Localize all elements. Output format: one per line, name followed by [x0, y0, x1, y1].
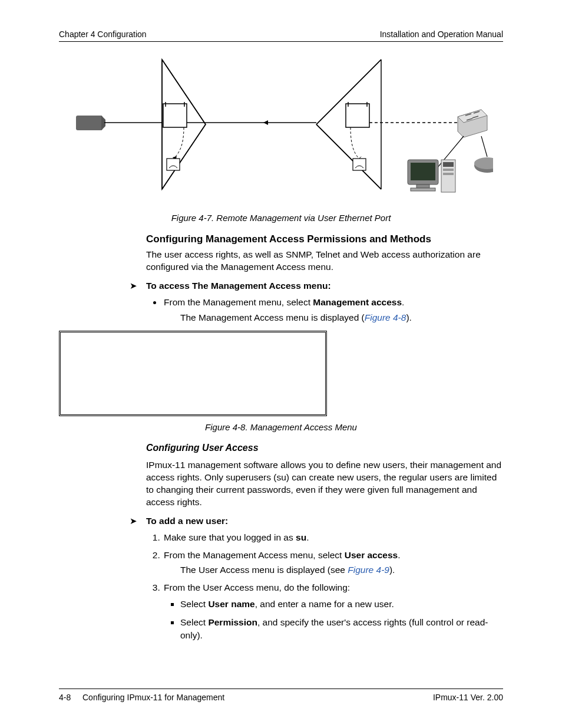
figure-4-8-box	[59, 331, 327, 416]
arrow-icon: ➤	[130, 281, 146, 291]
network-diagram-svg	[69, 54, 493, 207]
svg-marker-15	[263, 120, 268, 125]
procedure-2-step-3-sub-1: Select User name, and enter a name for a…	[180, 598, 503, 611]
svg-rect-35	[411, 188, 435, 191]
page-footer: 4-8 Configuring IPmux-11 for Management …	[59, 689, 503, 702]
page-header: Chapter 4 Configuration Installation and…	[59, 29, 503, 42]
para-user-access-intro: IPmux-11 management software allows you …	[146, 459, 503, 509]
procedure-2-heading: To add a new user:	[146, 516, 228, 526]
procedure-2-step-1: Make sure that you logged in as su.	[163, 531, 503, 544]
procedure-2-step-2: From the Management Access menu, select …	[163, 549, 503, 577]
page: Chapter 4 Configuration Installation and…	[0, 0, 562, 728]
svg-rect-9	[163, 104, 187, 127]
procedure-2-steps: Make sure that you logged in as su. From…	[146, 531, 503, 642]
svg-rect-39	[443, 173, 454, 175]
procedure-2-step-3: From the User Access menu, do the follow…	[163, 581, 503, 642]
content-block-1: Configuring Management Access Permission…	[146, 233, 503, 324]
svg-line-31	[481, 136, 487, 157]
procedure-2-step-3-sub-2: Select Permission, and specify the user'…	[180, 616, 503, 641]
figure-4-8-caption: Figure 4-8. Management Access Menu	[59, 422, 503, 432]
xref-figure-4-8[interactable]: Figure 4-8	[365, 312, 406, 322]
svg-rect-38	[443, 169, 454, 171]
svg-rect-33	[411, 163, 435, 180]
figure-4-7-caption: Figure 4-7. Remote Management via User E…	[59, 213, 503, 223]
header-left: Chapter 4 Configuration	[59, 29, 147, 39]
footer-page-number: 4-8	[59, 693, 82, 702]
procedure-1-heading: To access The Management Access menu:	[146, 281, 331, 291]
svg-rect-37	[443, 162, 454, 167]
procedure-2-heading-row: ➤ To add a new user:	[130, 516, 503, 526]
svg-rect-34	[416, 185, 429, 188]
figure-4-7-diagram	[59, 54, 503, 207]
procedure-1-steps: From the Management menu, select Managem…	[146, 296, 503, 324]
svg-rect-26	[353, 159, 366, 170]
header-right: Installation and Operation Manual	[380, 29, 503, 39]
para-mgmt-access-intro: The user access rights, as well as SNMP,…	[146, 249, 503, 274]
procedure-2-step-2-result: The User Access menu is displayed (see F…	[180, 564, 503, 577]
svg-line-21	[316, 124, 381, 189]
svg-rect-13	[167, 159, 180, 170]
svg-rect-22	[346, 104, 369, 127]
arrow-icon: ➤	[130, 516, 146, 526]
heading-config-mgmt-access: Configuring Management Access Permission…	[146, 233, 503, 245]
procedure-1-result: The Management Access menu is displayed …	[180, 311, 503, 324]
xref-figure-4-9[interactable]: Figure 4-9	[348, 565, 389, 575]
footer-center: Configuring IPmux-11 for Management	[82, 693, 433, 702]
svg-line-7	[162, 124, 206, 189]
content-block-2: Configuring User Access IPmux-11 managem…	[146, 443, 503, 642]
procedure-2-step-3-substeps: Select User name, and enter a name for a…	[164, 598, 503, 642]
procedure-1-heading-row: ➤ To access The Management Access menu:	[130, 281, 503, 291]
svg-rect-0	[76, 116, 103, 130]
footer-right: IPmux-11 Ver. 2.00	[433, 693, 503, 702]
procedure-1-step-1: From the Management menu, select Managem…	[163, 296, 503, 324]
heading-config-user-access: Configuring User Access	[146, 443, 503, 453]
